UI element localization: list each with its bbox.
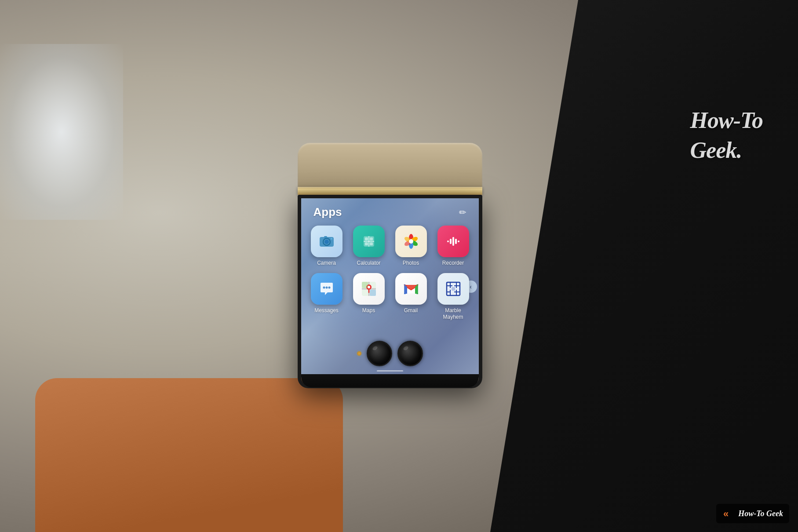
app-item-camera[interactable]: Camera	[308, 226, 345, 266]
app-label-marble-mayhem: MarbleMayhem	[443, 307, 463, 320]
app-icon-marble-mayhem	[437, 273, 469, 305]
svg-rect-22	[455, 239, 457, 244]
camera-lens-main	[367, 341, 392, 366]
app-label-recorder: Recorder	[442, 260, 464, 266]
phone-body: Apps ✏ ‹	[298, 143, 482, 389]
apps-header: Apps ✏	[313, 205, 466, 219]
phone-hinge	[298, 187, 482, 195]
gmail-icon	[402, 280, 420, 298]
app-icon-calculator	[353, 226, 385, 257]
app-icon-camera	[311, 226, 343, 257]
phone-screen: Apps ✏ ‹	[301, 195, 479, 374]
svg-rect-11	[370, 242, 373, 245]
svg-rect-9	[370, 237, 373, 240]
shirt-text: How-To Geek.	[690, 106, 763, 165]
svg-point-2	[324, 240, 329, 244]
svg-rect-20	[450, 239, 452, 244]
svg-rect-31	[370, 290, 376, 296]
app-item-calculator[interactable]: Calculator	[350, 226, 387, 266]
calculator-icon	[360, 233, 378, 250]
svg-rect-21	[452, 237, 454, 246]
app-label-calculator: Calculator	[357, 260, 380, 266]
svg-rect-10	[365, 242, 368, 245]
app-item-maps[interactable]: Maps	[350, 273, 387, 320]
app-item-gmail[interactable]: Gmail	[393, 273, 430, 320]
app-item-messages[interactable]: Messages	[308, 273, 345, 320]
svg-rect-8	[365, 237, 368, 240]
app-label-camera: Camera	[317, 260, 336, 266]
svg-rect-30	[362, 282, 368, 288]
home-indicator	[377, 370, 403, 372]
camera-icon	[318, 233, 335, 250]
phone-bottom-chassis	[301, 374, 479, 387]
maps-icon	[360, 280, 378, 298]
window-light	[0, 44, 123, 220]
recorder-icon	[445, 233, 462, 250]
app-item-recorder[interactable]: Recorder	[435, 226, 472, 266]
app-icon-messages	[311, 273, 343, 305]
svg-point-26	[328, 287, 330, 289]
app-icon-maps	[353, 273, 385, 305]
camera-module	[357, 341, 423, 366]
marble-mayhem-icon	[445, 280, 462, 298]
app-grid: Camera Ca	[308, 226, 472, 320]
apps-title: Apps	[313, 205, 342, 219]
app-icon-gmail	[395, 273, 427, 305]
hand-palm	[35, 378, 343, 532]
svg-rect-23	[458, 240, 459, 242]
camera-flash	[357, 351, 361, 356]
app-label-gmail: Gmail	[404, 307, 418, 313]
photos-icon	[401, 232, 421, 251]
edit-icon[interactable]: ✏	[459, 207, 466, 218]
svg-point-25	[325, 287, 328, 289]
svg-rect-3	[324, 236, 327, 238]
messages-icon	[318, 280, 335, 298]
app-icon-photos	[395, 226, 427, 257]
svg-rect-19	[447, 240, 449, 242]
svg-rect-48	[452, 287, 455, 291]
app-item-marble-mayhem[interactable]: MarbleMayhem	[435, 273, 472, 320]
phone-top-cover	[298, 143, 482, 191]
watermark-logo-icon: «	[722, 507, 735, 520]
app-label-messages: Messages	[314, 307, 339, 313]
app-icon-recorder	[437, 226, 469, 257]
watermark: « How-To Geek	[716, 504, 789, 523]
svg-text:«: «	[723, 508, 729, 519]
watermark-text-label: How-To Geek	[738, 509, 783, 518]
svg-point-4	[331, 238, 332, 240]
svg-point-18	[409, 239, 413, 244]
app-item-photos[interactable]: Photos	[393, 226, 430, 266]
svg-point-24	[323, 287, 325, 289]
app-label-photos: Photos	[403, 260, 419, 266]
camera-lens-secondary	[397, 341, 423, 366]
app-label-maps: Maps	[362, 307, 375, 313]
phone-device: Apps ✏ ‹	[298, 143, 482, 389]
